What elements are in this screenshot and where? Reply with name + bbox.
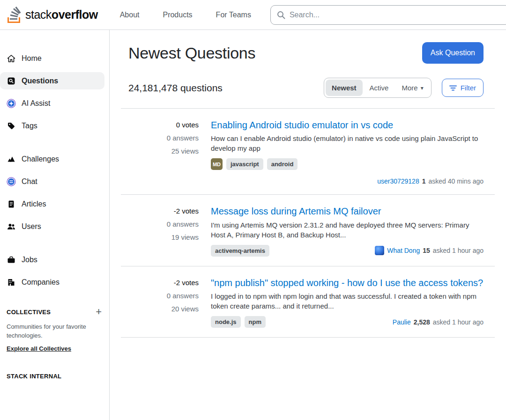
sort-tab-group: Newest Active More ▾ [324,78,432,98]
tag[interactable]: npm [245,316,266,328]
sidebar-item-label: Chat [22,177,37,186]
page-title: Newest Questions [128,44,255,62]
question-meta: user30729128 1 asked 40 mins ago [211,177,484,185]
user-link[interactable]: user30729128 [377,177,419,185]
avatar[interactable]: MD [211,158,223,170]
vote-count: -2 votes [128,279,199,287]
sidebar-item-label: AI Assist [22,99,50,108]
tag[interactable]: javascript [226,158,263,170]
nav-for-teams[interactable]: For Teams [204,6,263,24]
ai-assist-icon [7,99,16,108]
stackoverflow-logo[interactable]: stackoverflow [7,6,98,23]
sidebar-item-users[interactable]: Users [0,218,104,235]
asked-time: asked 1 hour ago [433,247,484,254]
tab-more[interactable]: More ▾ [395,80,429,96]
tag[interactable]: android [267,158,298,170]
challenges-icon [7,155,16,164]
companies-icon [7,278,16,287]
search-icon [276,10,286,20]
question-stats: -2 votes 0 answers 20 views [128,277,199,328]
stack-internal-heading: STACK INTERNAL [7,373,102,380]
sidebar-item-companies[interactable]: Companies [0,273,104,291]
view-count: 20 views [128,305,199,313]
view-count: 19 views [128,233,199,241]
answer-count: 0 answers [128,292,199,300]
nav-products[interactable]: Products [151,6,204,24]
view-count: 25 views [128,147,199,155]
user-link[interactable]: Paulie [393,318,411,326]
sidebar-item-label: Users [22,222,41,231]
ask-question-button[interactable]: Ask Question [422,42,484,64]
sidebar-item-home[interactable]: Home [0,50,104,67]
user-reputation: 15 [423,247,430,254]
question-stats: 0 votes 0 answers 25 views [128,119,199,185]
top-bar: stackoverflow About Products For Teams [0,0,506,30]
jobs-icon [7,255,16,265]
tab-active[interactable]: Active [364,80,395,96]
sidebar-item-jobs[interactable]: Jobs [0,251,104,268]
user-reputation: 2,528 [414,318,430,326]
sidebar-item-ai-assist[interactable]: AI Assist [0,95,104,112]
collectives-section: COLLECTIVES + Communities for your favor… [0,307,109,380]
question-meta: Paulie 2,528 asked 1 hour ago [393,318,484,326]
collectives-heading: COLLECTIVES [7,309,51,316]
question-row: 0 votes 0 answers 25 views Enabling Andr… [121,108,495,194]
chat-icon [7,177,16,186]
sidebar-item-label: Questions [22,77,58,85]
question-title-link[interactable]: Message loss during Artemis MQ failover [211,205,484,217]
questions-icon [7,76,16,86]
home-icon [7,54,16,63]
sidebar-item-chat[interactable]: Chat [0,173,104,190]
vote-count: 0 votes [128,121,199,129]
tag[interactable]: node.js [211,316,241,328]
add-collective-button[interactable]: + [96,307,102,317]
filter-button[interactable]: Filter [442,79,484,97]
asked-time: asked 1 hour ago [433,318,484,326]
question-count: 24,181,478 questions [128,82,223,94]
sidebar-item-articles[interactable]: Articles [0,195,104,213]
collectives-description: Communities for your favorite technologi… [7,323,102,340]
sidebar-item-tags[interactable]: Tags [0,117,104,134]
asked-time: asked 40 mins ago [428,177,484,185]
explore-collectives-link[interactable]: Explore all Collectives [7,345,71,352]
nav-about[interactable]: About [108,6,151,24]
user-link[interactable]: What Dong [387,247,420,254]
tag[interactable]: activemq-artemis [211,245,269,257]
header-nav: About Products For Teams [108,6,263,24]
stackoverflow-logo-text: stackoverflow [25,8,98,22]
answer-count: 0 answers [128,134,199,142]
question-row: -2 votes 0 answers 20 views "npm publish… [121,266,495,337]
question-stats: -2 votes 0 answers 19 views [128,205,199,256]
sidebar-item-label: Tags [22,122,37,130]
answer-count: 0 answers [128,220,199,228]
vote-count: -2 votes [128,207,199,215]
users-icon [7,222,16,231]
search-box[interactable] [270,5,506,25]
tags-icon [7,121,16,131]
chevron-down-icon: ▾ [421,85,424,91]
question-title-link[interactable]: Enabling Android studio emulator in vs c… [211,119,484,131]
sidebar-item-questions[interactable]: Questions [0,72,104,89]
sidebar-item-label: Companies [22,278,60,287]
search-input[interactable] [290,11,504,19]
sidebar-item-label: Articles [22,200,46,208]
question-meta: What Dong 15 asked 1 hour ago [375,246,484,255]
filter-icon [449,85,457,91]
sidebar-item-challenges[interactable]: Challenges [0,150,104,168]
sidebar-item-label: Home [22,54,42,63]
user-reputation: 1 [422,177,426,185]
stackoverflow-logo-icon [7,6,22,23]
sidebar-item-label: Challenges [22,155,59,163]
question-excerpt: I logged in to npm with npm login and th… [211,291,484,311]
question-title-link[interactable]: "npm publish" stopped working - how do I… [211,277,484,289]
articles-icon [7,199,16,209]
sidebar-item-label: Jobs [22,256,37,264]
avatar[interactable] [375,246,384,255]
left-sidebar: Home Questions AI Assist Tags [0,30,110,420]
tab-newest[interactable]: Newest [326,80,363,96]
question-excerpt: I'm using Artemis MQ version 2.31.2 and … [211,220,484,240]
question-excerpt: How can I enable Android studio (emulato… [211,133,484,153]
main-content: Newest Questions Ask Question 24,181,478… [110,30,506,420]
question-list: 0 votes 0 answers 25 views Enabling Andr… [121,108,495,338]
question-row: -2 votes 0 answers 19 views Message loss… [121,194,495,265]
